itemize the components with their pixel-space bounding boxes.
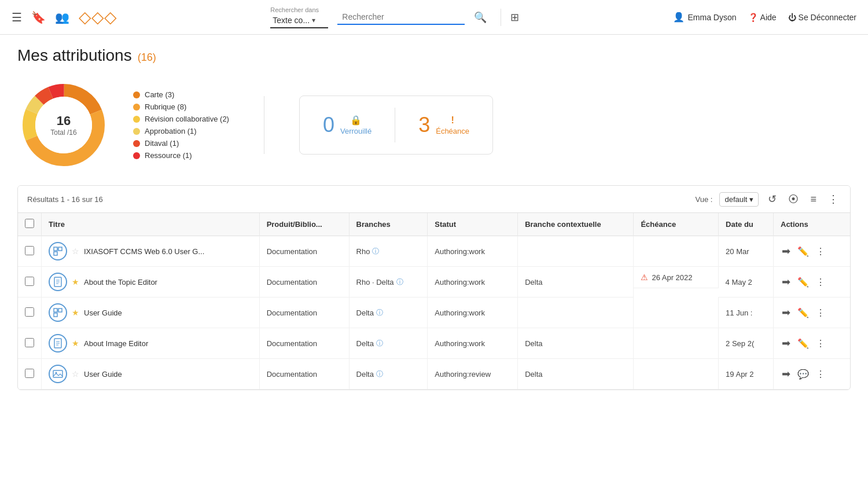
row-checkbox-cell[interactable] xyxy=(18,267,42,298)
row-checkbox[interactable] xyxy=(25,338,34,347)
help-button[interactable]: ❓ Aide xyxy=(748,13,777,22)
help-label: Aide xyxy=(760,13,777,22)
bookmark-icon[interactable]: 🔖 xyxy=(31,10,46,24)
type-icon xyxy=(49,303,67,322)
actions-cell: ➡ ✏️ ⋮ xyxy=(774,328,851,359)
col-echeance: Échéance xyxy=(634,213,719,236)
search-type-value: Texte co... xyxy=(273,16,310,25)
stat-locked-label: Verrouillé xyxy=(340,127,372,135)
row-checkbox-cell[interactable] xyxy=(18,236,42,267)
sort-button[interactable]: ≡ xyxy=(808,192,819,207)
search-button[interactable]: 🔍 xyxy=(469,9,491,26)
branch-info-icon[interactable]: ⓘ xyxy=(376,308,383,318)
actions-cell: ➡ ✏️ ⋮ xyxy=(774,236,851,267)
title-cell: ☆ User Guide xyxy=(42,359,260,390)
legend-label: Rubrique (8) xyxy=(145,102,186,111)
statut-cell: Authoring:work xyxy=(428,298,518,328)
legend-item: Rubrique (8) xyxy=(133,102,229,111)
echeance-cell xyxy=(634,328,719,359)
row-title: User Guide xyxy=(84,370,122,379)
row-more-button[interactable]: ⋮ xyxy=(815,368,826,381)
more-options-button[interactable]: ⋮ xyxy=(826,192,841,207)
users-icon[interactable]: 👥 xyxy=(55,10,69,24)
svg-rect-18 xyxy=(54,313,57,317)
navigate-button[interactable]: ➡ xyxy=(781,336,792,351)
view-label: Vue : xyxy=(696,195,713,204)
table-row: ★ About Image Editor Documentation Delta… xyxy=(18,328,850,359)
page-count: (16) xyxy=(138,52,156,64)
star-icon[interactable]: ★ xyxy=(72,308,79,317)
product-cell: Documentation xyxy=(259,359,349,390)
edit-button[interactable]: ✏️ xyxy=(796,337,810,350)
search-type-dropdown[interactable]: Texte co... ▾ xyxy=(270,13,328,28)
row-checkbox[interactable] xyxy=(25,369,34,378)
legend-dot-icon xyxy=(133,140,140,147)
star-icon[interactable]: ★ xyxy=(72,339,79,348)
comment-button[interactable]: 💬 xyxy=(796,368,810,381)
row-more-button[interactable]: ⋮ xyxy=(815,337,826,350)
svg-rect-9 xyxy=(58,247,62,251)
navigate-button[interactable]: ➡ xyxy=(781,305,792,320)
navigate-button[interactable]: ➡ xyxy=(781,244,792,259)
table-row: ☆ IXIASOFT CCMS Web 6.0 User G... Docume… xyxy=(18,236,850,267)
edit-button[interactable]: ✏️ xyxy=(796,306,810,320)
row-checkbox[interactable] xyxy=(25,307,34,317)
product-cell: Documentation xyxy=(259,267,349,298)
branch-info-icon[interactable]: ⓘ xyxy=(396,277,403,287)
stat-locked-info: 🔒 Verrouillé xyxy=(340,115,372,135)
header: ☰ 🔖 👥 ◇◇◇ Rechercher dans Texte co... ▾ … xyxy=(0,0,868,35)
col-produit: Produit/Biblio... xyxy=(259,213,349,236)
advanced-filter-icon[interactable]: ⊞ xyxy=(510,11,519,24)
navigate-button[interactable]: ➡ xyxy=(781,274,792,289)
date-du-cell: 2 Sep 2( xyxy=(719,328,774,359)
row-checkbox-cell[interactable] xyxy=(18,359,42,390)
product-cell: Documentation xyxy=(259,298,349,328)
row-more-button[interactable]: ⋮ xyxy=(815,276,826,289)
search-label: Rechercher dans xyxy=(270,6,328,13)
row-checkbox-cell[interactable] xyxy=(18,298,42,328)
row-checkbox[interactable] xyxy=(25,246,34,255)
search-input[interactable] xyxy=(337,10,465,25)
navigate-button[interactable]: ➡ xyxy=(781,366,792,381)
legend-label: Révision collaborative (2) xyxy=(145,115,229,123)
branche-ctx-cell: Delta xyxy=(518,359,634,390)
columns-button[interactable]: ⦿ xyxy=(786,192,801,207)
branch-info-icon[interactable]: ⓘ xyxy=(372,247,379,256)
star-icon[interactable]: ☆ xyxy=(72,247,79,256)
row-more-button[interactable]: ⋮ xyxy=(815,306,826,320)
star-icon[interactable]: ★ xyxy=(72,277,79,287)
logout-label: Se Déconnecter xyxy=(799,13,856,22)
user-name: Emma Dyson xyxy=(688,13,737,22)
header-center: Rechercher dans Texte co... ▾ 🔍 ⊞ xyxy=(117,6,673,28)
stat-inner-divider xyxy=(395,108,395,142)
stat-deadline-num: 3 xyxy=(418,113,430,137)
legend-item: Révision collaborative (2) xyxy=(133,115,229,123)
svg-point-7 xyxy=(35,97,92,153)
table-head: Titre Produit/Biblio... Branches Statut … xyxy=(18,213,850,236)
chart-legend: Carte (3) Rubrique (8) Révision collabor… xyxy=(133,90,229,160)
row-checkbox[interactable] xyxy=(25,277,34,286)
select-all-header[interactable] xyxy=(18,213,42,236)
view-dropdown[interactable]: default ▾ xyxy=(719,192,759,207)
logout-button[interactable]: ⏻ Se Déconnecter xyxy=(788,13,856,22)
donut-chart: 16 Total /16 xyxy=(17,79,110,171)
lock-icon: 🔒 xyxy=(350,115,362,126)
stat-locked: 0 🔒 Verrouillé xyxy=(323,113,372,137)
branch-info-icon[interactable]: ⓘ xyxy=(376,339,383,348)
edit-button[interactable]: ✏️ xyxy=(796,245,810,258)
menu-icon[interactable]: ☰ xyxy=(12,10,22,24)
star-icon[interactable]: ☆ xyxy=(72,369,79,379)
row-more-button[interactable]: ⋮ xyxy=(815,245,826,258)
branche-ctx-cell: Delta xyxy=(518,267,634,298)
date-du-cell: 11 Jun : xyxy=(719,298,774,328)
table-toolbar: Résultats 1 - 16 sur 16 Vue : default ▾ … xyxy=(18,186,850,213)
row-title: User Guide xyxy=(84,309,122,317)
row-title: IXIASOFT CCMS Web 6.0 User G... xyxy=(84,247,204,256)
type-icon xyxy=(49,334,67,353)
select-all-checkbox[interactable] xyxy=(25,219,34,228)
refresh-button[interactable]: ↺ xyxy=(766,192,779,207)
row-checkbox-cell[interactable] xyxy=(18,328,42,359)
edit-button[interactable]: ✏️ xyxy=(796,276,810,289)
title-cell: ★ About the Topic Editor xyxy=(42,267,260,298)
branch-info-icon[interactable]: ⓘ xyxy=(376,369,383,379)
